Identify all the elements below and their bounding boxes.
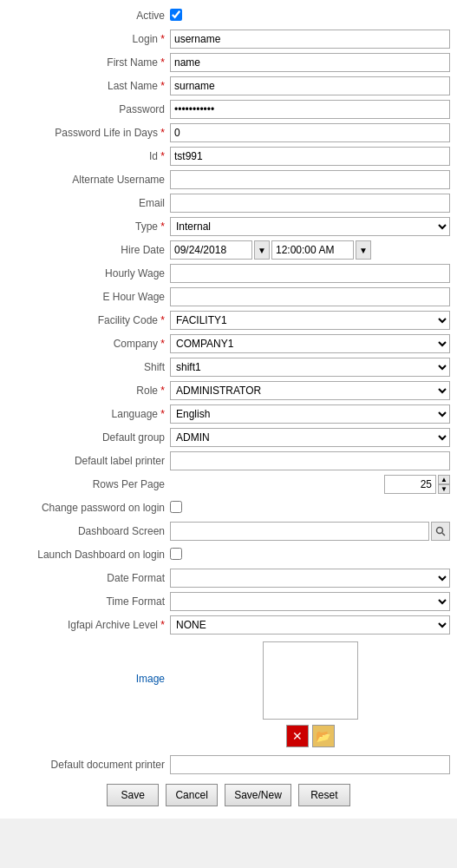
dashboard-screen-input[interactable] [170,522,429,541]
rows-per-page-row: Rows Per Page ▲ ▼ [7,474,450,495]
image-row: Image ✕ 📂 [7,638,450,747]
language-row: Language * English Spanish [7,404,450,424]
type-row: Type * Internal External [7,216,450,237]
email-row: Email [7,193,450,214]
facility-code-label: Facility Code * [7,314,170,326]
lastname-row: Last Name * [7,76,450,96]
rows-per-page-up-button[interactable]: ▲ [438,475,450,484]
active-label: Active [7,10,170,22]
type-select[interactable]: Internal External [170,217,450,236]
change-password-row: Change password on login [7,497,450,518]
image-delete-button[interactable]: ✕ [286,725,309,747]
image-area: ✕ 📂 [170,641,450,747]
password-life-input[interactable] [170,123,450,142]
login-label: Login * [7,33,170,45]
image-label: Image [7,638,170,685]
id-row: Id * [7,146,450,167]
rows-per-page-input[interactable] [384,475,436,494]
svg-line-1 [442,533,445,536]
e-hour-wage-input[interactable] [170,287,450,306]
password-input[interactable] [170,100,450,119]
launch-dashboard-row: Launch Dashboard on login [7,544,450,565]
time-format-row: Time Format [7,591,450,612]
user-form: Active Login * First Name * Last Name * [0,0,457,819]
hire-date-input[interactable] [170,240,252,260]
hire-time-picker-button[interactable]: ▼ [356,240,371,260]
id-label: Id * [7,150,170,162]
company-label: Company * [7,338,170,350]
company-row: Company * COMPANY1 COMPANY2 [7,333,450,354]
igfapi-label: Igfapi Archive Level * [7,619,170,631]
firstname-label: First Name * [7,56,170,69]
default-label-printer-row: Default label printer [7,450,450,471]
login-row: Login * [7,29,450,49]
change-password-label: Change password on login [7,502,170,514]
shift-row: Shift shift1 shift2 [7,357,450,378]
hire-date-label: Hire Date [7,244,170,256]
launch-dashboard-label: Launch Dashboard on login [7,549,170,561]
role-label: Role * [7,385,170,397]
active-checkbox[interactable] [170,9,182,21]
shift-select[interactable]: shift1 shift2 [170,358,450,377]
login-input[interactable] [170,30,450,49]
role-select[interactable]: ADMINISTRATOR USER [170,381,450,400]
image-browse-button[interactable]: 📂 [312,725,335,747]
active-row: Active [7,5,450,26]
change-password-checkbox[interactable] [170,501,182,513]
default-doc-printer-label: Default document printer [7,759,170,771]
hourly-wage-label: Hourly Wage [7,267,170,279]
default-group-label: Default group [7,431,170,444]
type-label: Type * [7,220,170,233]
cancel-button[interactable]: Cancel [166,784,218,806]
e-hour-wage-row: E Hour Wage [7,286,450,307]
facility-code-row: Facility Code * FACILITY1 FACILITY2 [7,310,450,331]
time-format-select[interactable] [170,592,450,611]
hire-time-input[interactable] [271,240,354,260]
facility-code-select[interactable]: FACILITY1 FACILITY2 [170,311,450,330]
lastname-input[interactable] [170,76,450,95]
folder-icon: 📂 [316,729,330,743]
company-select[interactable]: COMPANY1 COMPANY2 [170,334,450,353]
hire-date-picker-button[interactable]: ▼ [254,240,270,260]
save-new-button[interactable]: Save/New [225,784,291,806]
password-row: Password [7,99,450,120]
alt-username-input[interactable] [170,170,450,189]
igfapi-select[interactable]: NONE LOW MEDIUM HIGH [170,615,450,635]
default-doc-printer-input[interactable] [170,755,450,774]
dashboard-search-button[interactable] [431,522,450,541]
rows-per-page-down-button[interactable]: ▼ [438,484,450,494]
default-label-printer-label: Default label printer [7,455,170,467]
alt-username-label: Alternate Username [7,174,170,186]
password-life-label: Password Life in Days * [7,127,170,139]
language-label: Language * [7,408,170,420]
firstname-input[interactable] [170,53,450,72]
rows-per-page-label: Rows Per Page [7,478,170,490]
image-preview [263,641,358,720]
time-format-label: Time Format [7,595,170,608]
default-label-printer-input[interactable] [170,451,450,470]
hourly-wage-input[interactable] [170,264,450,283]
delete-icon: ✕ [292,729,303,743]
date-format-label: Date Format [7,572,170,584]
alt-username-row: Alternate Username [7,169,450,190]
launch-dashboard-checkbox[interactable] [170,548,182,560]
id-input[interactable] [170,147,450,166]
dashboard-screen-label: Dashboard Screen [7,525,170,537]
save-button[interactable]: Save [107,784,159,806]
role-row: Role * ADMINISTRATOR USER [7,380,450,401]
default-group-select[interactable]: ADMIN USER [170,428,450,447]
e-hour-wage-label: E Hour Wage [7,291,170,303]
email-label: Email [7,197,170,209]
email-input[interactable] [170,194,450,213]
date-format-select[interactable] [170,569,450,588]
reset-button[interactable]: Reset [298,784,350,806]
default-group-row: Default group ADMIN USER [7,427,450,448]
svg-point-0 [437,528,443,534]
hourly-wage-row: Hourly Wage [7,263,450,284]
default-doc-printer-row: Default document printer [7,754,450,775]
footer-buttons: Save Cancel Save/New Reset [7,784,450,806]
search-icon [435,526,446,536]
password-life-row: Password Life in Days * [7,122,450,143]
dashboard-screen-row: Dashboard Screen [7,521,450,542]
language-select[interactable]: English Spanish [170,404,450,424]
